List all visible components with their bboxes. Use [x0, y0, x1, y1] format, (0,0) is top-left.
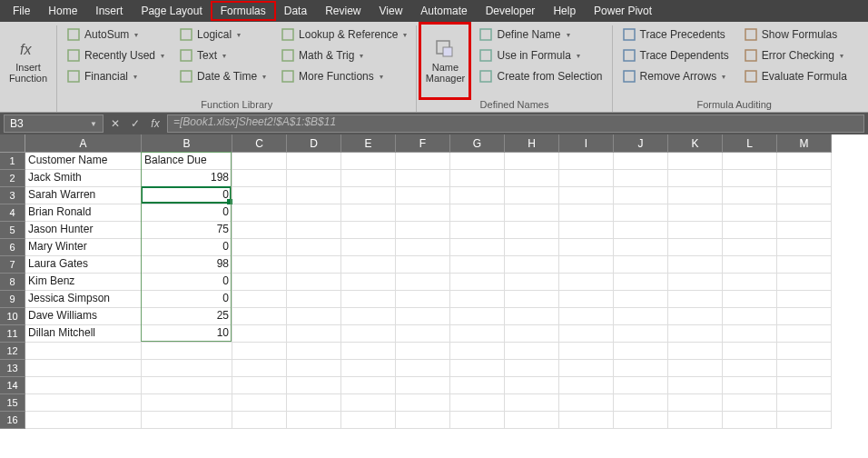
- cell[interactable]: [559, 394, 614, 412]
- col-header-D[interactable]: D: [287, 134, 341, 153]
- cell[interactable]: [450, 360, 505, 377]
- row-header[interactable]: 9: [0, 291, 25, 308]
- cell[interactable]: [142, 394, 232, 412]
- spreadsheet-grid[interactable]: ABCDEFGHIJKLM 1Customer NameBalance Due2…: [0, 134, 868, 458]
- cell[interactable]: [232, 360, 287, 377]
- formula-input[interactable]: =[Book1.xlsx]Sheet2!$A$1:$B$11: [167, 114, 864, 133]
- cell[interactable]: [396, 360, 450, 377]
- cell[interactable]: [396, 256, 450, 274]
- show-formulas-button[interactable]: Show Formulas: [740, 25, 851, 44]
- cell[interactable]: [232, 153, 287, 170]
- cell[interactable]: [668, 412, 723, 429]
- cell[interactable]: [723, 325, 777, 343]
- cell[interactable]: [450, 274, 505, 291]
- row-header[interactable]: 1: [0, 153, 25, 170]
- error-checking-button[interactable]: Error Checking▾: [740, 46, 851, 65]
- cell[interactable]: [505, 343, 559, 360]
- cell[interactable]: [450, 308, 505, 325]
- cell[interactable]: [614, 239, 668, 256]
- cell[interactable]: [614, 274, 668, 291]
- cell[interactable]: [668, 256, 723, 274]
- cell[interactable]: [777, 377, 832, 394]
- cell[interactable]: [232, 394, 287, 412]
- menu-help[interactable]: Help: [544, 2, 585, 20]
- menu-page-layout[interactable]: Page Layout: [132, 2, 211, 20]
- col-header-G[interactable]: G: [450, 134, 505, 153]
- menu-automate[interactable]: Automate: [411, 2, 476, 20]
- cell[interactable]: 0: [142, 239, 232, 256]
- col-header-L[interactable]: L: [723, 134, 777, 153]
- cell[interactable]: [232, 170, 287, 187]
- select-all-corner[interactable]: [0, 134, 25, 153]
- col-header-E[interactable]: E: [341, 134, 396, 153]
- cell[interactable]: [341, 360, 396, 377]
- logical-button[interactable]: Logical▾: [175, 25, 270, 44]
- cell[interactable]: [614, 360, 668, 377]
- cell[interactable]: [341, 377, 396, 394]
- cell[interactable]: [450, 291, 505, 308]
- menu-view[interactable]: View: [370, 2, 412, 20]
- cell[interactable]: [614, 325, 668, 343]
- cell[interactable]: [559, 360, 614, 377]
- cell[interactable]: [287, 170, 341, 187]
- cell[interactable]: [614, 343, 668, 360]
- cell[interactable]: [287, 377, 341, 394]
- cell[interactable]: [505, 153, 559, 170]
- cell[interactable]: [668, 274, 723, 291]
- cell[interactable]: [723, 360, 777, 377]
- cell[interactable]: [614, 222, 668, 239]
- cell[interactable]: [287, 360, 341, 377]
- cell[interactable]: 0: [142, 291, 232, 308]
- cell[interactable]: [450, 239, 505, 256]
- cell[interactable]: [559, 291, 614, 308]
- row-header[interactable]: 15: [0, 394, 25, 412]
- menu-home[interactable]: Home: [39, 2, 86, 20]
- cell[interactable]: [505, 377, 559, 394]
- cell[interactable]: [723, 412, 777, 429]
- cell[interactable]: [232, 308, 287, 325]
- cell[interactable]: [777, 360, 832, 377]
- cell[interactable]: [777, 153, 832, 170]
- cell[interactable]: [341, 394, 396, 412]
- math-trig-button[interactable]: Math & Trig▾: [277, 46, 410, 65]
- cell[interactable]: [614, 204, 668, 222]
- cell[interactable]: [723, 170, 777, 187]
- cell[interactable]: [668, 343, 723, 360]
- cell[interactable]: [505, 360, 559, 377]
- cell[interactable]: [614, 170, 668, 187]
- col-header-B[interactable]: B: [142, 134, 232, 153]
- financial-button[interactable]: Financial▾: [63, 67, 168, 85]
- cell[interactable]: [396, 222, 450, 239]
- row-header[interactable]: 6: [0, 239, 25, 256]
- cell[interactable]: [614, 394, 668, 412]
- cell[interactable]: [777, 222, 832, 239]
- cell[interactable]: [505, 394, 559, 412]
- cell[interactable]: [341, 343, 396, 360]
- cell[interactable]: 0: [142, 204, 232, 222]
- cell[interactable]: [396, 377, 450, 394]
- cell[interactable]: [396, 412, 450, 429]
- cell[interactable]: [25, 360, 142, 377]
- cell[interactable]: [614, 153, 668, 170]
- cell[interactable]: [450, 412, 505, 429]
- cell[interactable]: [396, 343, 450, 360]
- cell[interactable]: [450, 204, 505, 222]
- row-header[interactable]: 13: [0, 360, 25, 377]
- cell[interactable]: Dave Williams: [25, 308, 142, 325]
- cell[interactable]: [341, 170, 396, 187]
- cell[interactable]: [287, 343, 341, 360]
- cell[interactable]: [668, 325, 723, 343]
- cell[interactable]: [232, 291, 287, 308]
- menu-power-pivot[interactable]: Power Pivot: [585, 2, 661, 20]
- cell[interactable]: [614, 377, 668, 394]
- cell[interactable]: [668, 377, 723, 394]
- text-button[interactable]: Text▾: [175, 46, 270, 65]
- cell[interactable]: [723, 274, 777, 291]
- row-header[interactable]: 7: [0, 256, 25, 274]
- cell[interactable]: [668, 170, 723, 187]
- cell[interactable]: [505, 291, 559, 308]
- cell[interactable]: [668, 360, 723, 377]
- cell[interactable]: [777, 343, 832, 360]
- cell[interactable]: [559, 222, 614, 239]
- cell[interactable]: Laura Gates: [25, 256, 142, 274]
